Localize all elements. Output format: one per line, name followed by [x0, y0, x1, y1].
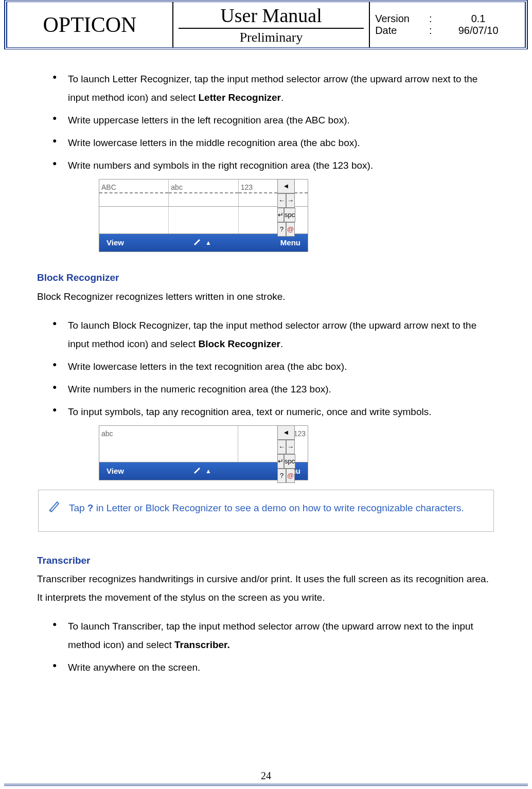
- enter-icon[interactable]: ↵: [277, 454, 284, 469]
- doc-subtitle: Preliminary: [179, 29, 364, 45]
- chevron-up-icon: ▲: [205, 237, 211, 249]
- date-value: 96/07/10: [437, 25, 520, 37]
- doc-header: OPTICON User Manual Preliminary Version …: [4, 0, 528, 49]
- footer-rule: [4, 784, 528, 786]
- chevron-up-icon: ▲: [205, 465, 211, 477]
- input-selector[interactable]: ▲: [193, 236, 211, 250]
- help-button[interactable]: ?: [277, 222, 286, 237]
- text: .: [281, 92, 283, 103]
- note-q: ?: [87, 503, 94, 513]
- text: To launch Transcriber, tap the input met…: [68, 621, 473, 650]
- list-item: To launch Block Recognizer, tap the inpu…: [37, 316, 495, 353]
- title-cell: User Manual Preliminary: [173, 2, 369, 47]
- space-button[interactable]: spc: [284, 208, 295, 222]
- pen-icon: [193, 236, 202, 250]
- block-recognizer-panel: abc 123 View ▲ Menu: [99, 425, 308, 480]
- sep: :: [424, 25, 437, 37]
- pen-icon: [193, 464, 202, 479]
- side-buttons: ◄ ← → ↵ spc ? @: [277, 425, 295, 483]
- backspace-icon[interactable]: ◄: [277, 179, 295, 193]
- list-item: Write uppercase letters in the left reco…: [37, 111, 495, 130]
- tip-note: Tap ? in Letter or Block Recognizer to s…: [38, 490, 494, 531]
- note-text-pre: Tap: [69, 503, 87, 513]
- symbol-button[interactable]: @: [286, 469, 295, 483]
- abc-lower-area[interactable]: abc: [169, 180, 238, 206]
- text: .: [280, 338, 283, 349]
- abc-area[interactable]: abc: [99, 426, 238, 462]
- sep: :: [424, 13, 437, 25]
- list-item: Write lowercase letters in the text reco…: [37, 357, 495, 376]
- left-icon[interactable]: ←: [277, 193, 286, 208]
- content: To launch Letter Recognizer, tap the inp…: [0, 49, 532, 677]
- note-icon: [48, 499, 61, 519]
- doc-title: User Manual: [179, 4, 364, 29]
- help-button[interactable]: ?: [277, 469, 286, 483]
- meta-cell: Version : 0.1 Date : 96/07/10: [369, 2, 525, 47]
- input-selector[interactable]: ▲: [193, 464, 211, 479]
- block-heading: Block Recognizer: [37, 268, 495, 287]
- list-item: To launch Transcriber, tap the input met…: [37, 617, 495, 654]
- view-button[interactable]: View: [107, 236, 124, 250]
- menu-button[interactable]: Menu: [280, 236, 300, 250]
- block-intro: Block Recognizer recognizes letters writ…: [37, 288, 495, 306]
- list-item: Write lowercase letters in the middle re…: [37, 134, 495, 152]
- bold-text: Letter Recognizer: [199, 92, 281, 103]
- transcriber-list: To launch Transcriber, tap the input met…: [37, 617, 495, 677]
- list-item: To launch Letter Recognizer, tap the inp…: [37, 70, 495, 107]
- version-label: Version: [375, 13, 424, 25]
- backspace-icon[interactable]: ◄: [277, 425, 295, 440]
- num-area[interactable]: 123: [238, 426, 308, 462]
- num-area[interactable]: 123: [239, 180, 308, 206]
- note-text-post: in Letter or Block Recognizer to see a d…: [93, 503, 464, 513]
- soft-key-bar: View ▲ Menu: [99, 234, 308, 252]
- list-item: Write numbers in the numeric recognition…: [37, 380, 495, 399]
- list-item: Write anywhere on the screen.: [37, 658, 495, 677]
- transcriber-intro: Transcriber recognizes handwritings in c…: [37, 570, 495, 607]
- bold-text: Block Recognizer: [199, 338, 280, 349]
- abc-upper-area[interactable]: ABC: [99, 180, 169, 206]
- brand: OPTICON: [7, 2, 173, 47]
- letter-recognizer-panel: ABC abc 123 View ▲ Menu: [99, 179, 308, 252]
- soft-key-bar: View ▲ Menu: [99, 462, 308, 480]
- version-value: 0.1: [437, 13, 520, 25]
- list-item: To input symbols, tap any recognition ar…: [37, 403, 495, 421]
- letter-list: To launch Letter Recognizer, tap the inp…: [37, 70, 495, 175]
- right-icon[interactable]: →: [286, 440, 295, 454]
- enter-icon[interactable]: ↵: [277, 208, 284, 222]
- bold-text: Transcriber.: [174, 639, 230, 650]
- date-label: Date: [375, 25, 424, 37]
- transcriber-heading: Transcriber: [37, 551, 495, 570]
- space-button[interactable]: spc: [284, 454, 295, 469]
- side-buttons: ◄ ← → ↵ spc ? @: [277, 179, 295, 237]
- left-icon[interactable]: ←: [277, 440, 286, 454]
- view-button[interactable]: View: [107, 464, 124, 479]
- list-item: Write numbers and symbols in the right r…: [37, 156, 495, 175]
- block-list: To launch Block Recognizer, tap the inpu…: [37, 316, 495, 421]
- right-icon[interactable]: →: [286, 193, 295, 208]
- page-number: 24: [0, 770, 532, 782]
- symbol-button[interactable]: @: [286, 222, 295, 237]
